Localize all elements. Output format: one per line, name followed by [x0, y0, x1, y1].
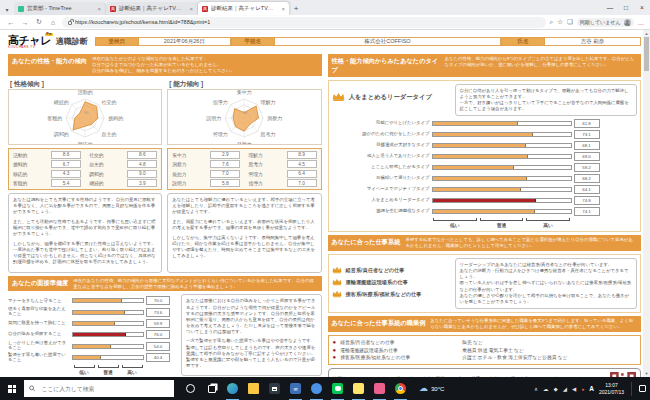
close-button[interactable]: ×: [634, 4, 650, 11]
browser-tab[interactable]: 高診断結果｜高チャレTV｜【関西学×: [198, 2, 290, 15]
jobs-banner: あなたに合った仕事系統 希望する結果でなかったとしても、詳しく調べてみることで新…: [328, 235, 642, 251]
tab-list-icon[interactable]: ▾: [0, 4, 14, 15]
desktop-screen: ▾ 営業部 - TimeTree×高診断結果｜高チャレTV｜【関西学×高診断結果…: [0, 0, 650, 400]
jobs-list: 経営系/責任者などの仕事運輸運搬建設現場系の仕事接客系/医療系/福祉系などの仕事: [332, 258, 450, 309]
taskbar-search[interactable]: [24, 380, 174, 397]
bar-fill: [433, 210, 535, 213]
page-title: 適職診断: [56, 36, 88, 47]
back-icon[interactable]: ←: [6, 19, 16, 26]
score-label: 指導力: [248, 180, 262, 186]
url-field[interactable]: https://koucharetv.jp/school/kensa.html&…: [62, 17, 546, 28]
svg-text:挑戦的: 挑戦的: [108, 115, 123, 122]
start-button[interactable]: [0, 377, 24, 400]
bar-value: 73.6: [146, 308, 170, 317]
edge-glyph: [227, 383, 238, 394]
bar-label: 誰かのために何かをしたいタイプ: [332, 132, 430, 137]
network-icon[interactable]: ◢: [563, 386, 567, 392]
bar-row: 完璧にやりとげたいタイプ61.8: [332, 119, 638, 128]
taskview-glyph: [208, 385, 216, 393]
taskbar-search-input[interactable]: [39, 385, 169, 393]
maximize-button[interactable]: □: [618, 4, 634, 11]
browser-tab[interactable]: 営業部 - TimeTree×: [14, 2, 106, 15]
tab-close-icon[interactable]: ×: [281, 6, 285, 12]
jobs-title: あなたに合った仕事系統: [332, 237, 401, 247]
action-center-icon[interactable]: [639, 385, 646, 392]
menu-dots-icon[interactable]: …: [638, 19, 645, 26]
page-scrollbar[interactable]: ▲ ▼: [643, 30, 650, 377]
tray-app-icon[interactable]: ●: [581, 386, 584, 392]
bar-fill: [433, 177, 527, 180]
bar-row: マイペースでポジティブタイプ64.1: [332, 185, 638, 194]
notes-icon[interactable]: [348, 377, 369, 400]
bar-value: 68.2: [574, 174, 600, 183]
bar-fill: [433, 133, 534, 136]
search-icon[interactable]: ⌕: [550, 18, 554, 26]
crown-icon: [332, 278, 342, 286]
forward-icon[interactable]: →: [20, 19, 30, 26]
bar-track: [432, 187, 572, 192]
line-icon[interactable]: [327, 377, 348, 400]
score-row: 管理力6.4: [248, 170, 316, 178]
field-label: 氏名: [501, 37, 545, 46]
types-note: あなたの性格、能力の傾向から9つのタイプごとの当てはまり度を出した結果です。自分…: [445, 56, 638, 68]
score-value: 8.9: [287, 151, 317, 159]
onedrive-icon[interactable]: ☁: [543, 386, 549, 392]
tab-close-icon[interactable]: ×: [189, 6, 193, 12]
system-tray: ∧☁◆◢◀●A 13:07 2021/07/13: [534, 377, 650, 400]
score-value: 6.7: [51, 160, 81, 168]
bar-row: 協調を生む調整役なタイプ74.1: [332, 207, 638, 216]
svg-text:説明力: 説明力: [206, 115, 221, 122]
scale-axis: [432, 218, 572, 221]
home-icon[interactable]: ⌂: [48, 19, 58, 26]
new-tab-button[interactable]: +: [290, 4, 302, 13]
score-row: 客観的5.4: [13, 179, 81, 187]
bar-track: [432, 209, 572, 214]
chrome-icon[interactable]: [390, 377, 411, 400]
refresh-icon[interactable]: ↻: [34, 18, 44, 26]
bar-fill: [433, 122, 518, 125]
taskbar-clock[interactable]: 13:07 2021/07/13: [599, 382, 624, 395]
tab-title: 診断結果｜高チャレTV｜【関西学: [119, 5, 186, 12]
shield-icon[interactable]: ◆: [554, 386, 558, 392]
interview-title: あなたの面接準備度: [12, 278, 68, 288]
minimize-button[interactable]: —: [602, 4, 618, 11]
bar-label: 自分の強みを把握すること: [8, 332, 70, 337]
teams-icon[interactable]: [306, 377, 327, 400]
bar-label: 緊張せず落ち着いた態度でいること: [8, 353, 70, 363]
koucharetv-logo[interactable]: 高チャレ Pre KOUCHARE.TV: [8, 35, 51, 49]
collections-icon[interactable]: ❏: [567, 18, 573, 26]
mail-icon[interactable]: ✉: [285, 377, 306, 400]
chevron-up-icon[interactable]: ∧: [534, 386, 538, 392]
ime-icon[interactable]: A: [589, 385, 594, 392]
score-row: 順応的4.3: [13, 170, 81, 178]
left-column: あなたの性格・能力の傾向 現在のあなたがどのような傾向なのかを表した結果です。 …: [8, 54, 322, 377]
score-value: 7.0: [210, 170, 240, 178]
type-result-name: 人をまとめるリーダータイプ: [349, 93, 432, 102]
sync-profile-button[interactable]: 同期していません: [577, 18, 634, 27]
tab-close-icon[interactable]: ×: [97, 6, 101, 12]
comment-paragraph: また、洞察力にも優れているといえます。表面的な状況を把握したり人の考えを察する事…: [172, 219, 316, 231]
field-label: 受検日: [95, 37, 139, 46]
cortana-icon[interactable]: [180, 377, 201, 400]
store-icon[interactable]: [264, 377, 285, 400]
types-title: 性格・能力傾向からみたあなたのタイプ: [332, 56, 440, 75]
taskview-icon[interactable]: [201, 377, 222, 400]
occupations-title: あなたに合った仕事系統の職業例: [332, 318, 426, 328]
taskbar-weather[interactable]: ☁ 30°C: [419, 384, 444, 393]
photos-icon[interactable]: [369, 377, 390, 400]
scroll-thumb[interactable]: [644, 37, 649, 71]
explorer-icon[interactable]: [243, 377, 264, 400]
volume-icon[interactable]: ◀: [572, 386, 576, 392]
browser-tab[interactable]: 高診断結果｜高チャレTV｜【関西学×: [106, 2, 198, 15]
scroll-up-icon[interactable]: ▲: [643, 30, 650, 37]
bar-track: [432, 132, 572, 137]
favorites-star-icon[interactable]: ☆: [557, 18, 563, 26]
edge-icon[interactable]: [222, 377, 243, 400]
bar-label: マイペースでポジティブタイプ: [332, 187, 430, 192]
scroll-down-icon[interactable]: ▼: [643, 370, 650, 377]
svg-text:管理力: 管理力: [213, 131, 228, 138]
svg-text:思考力: 思考力: [260, 131, 276, 138]
score-label: 発想力: [172, 171, 186, 177]
svg-text:社交的: 社交的: [101, 99, 116, 106]
bar-row: 緊張せず落ち着いた態度でいること40.4: [8, 353, 176, 363]
